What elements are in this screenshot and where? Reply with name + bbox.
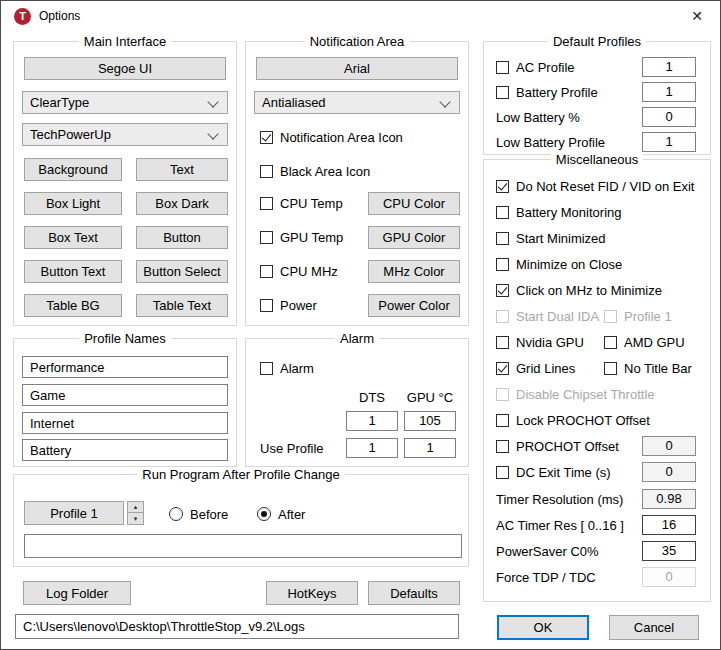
box-text-button[interactable]: Box Text <box>24 226 122 249</box>
ok-button[interactable]: OK <box>497 615 589 640</box>
use-profile-dts-field[interactable]: 1 <box>346 438 398 458</box>
checkbox-box[interactable] <box>604 362 617 375</box>
checkbox-box[interactable] <box>496 86 509 99</box>
checkbox-grid-lines[interactable]: Grid Lines <box>496 358 575 378</box>
log-path-field[interactable] <box>15 614 459 639</box>
checkbox-box[interactable] <box>260 265 273 278</box>
profile-name-3-input[interactable] <box>22 412 228 434</box>
checkbox-box[interactable] <box>496 206 509 219</box>
radio-circle[interactable] <box>257 507 271 521</box>
font-picker-button[interactable]: Segoe UI <box>24 57 226 80</box>
table-text-button[interactable]: Table Text <box>136 294 228 317</box>
ac-timer-res-field[interactable]: 16 <box>642 515 696 535</box>
alarm-dts-field[interactable]: 1 <box>346 411 398 431</box>
radio-circle[interactable] <box>169 507 183 521</box>
box-dark-button[interactable]: Box Dark <box>136 192 228 215</box>
profile-name-2-input[interactable] <box>22 384 228 406</box>
checkbox-amd-gpu[interactable]: AMD GPU <box>604 332 685 352</box>
checkbox-dc-exit-time[interactable]: DC Exit Time (s) <box>496 462 611 482</box>
tray-font-button[interactable]: Arial <box>256 57 458 80</box>
checkbox-box[interactable] <box>260 231 273 244</box>
checkbox-notification-area-icon[interactable]: Notification Area Icon <box>260 127 403 147</box>
group-title-alarm: Alarm <box>335 331 379 346</box>
checkbox-box[interactable] <box>260 362 273 375</box>
theme-dropdown[interactable]: TechPowerUp <box>22 123 228 146</box>
prochot-offset-field[interactable]: 0 <box>642 436 696 456</box>
checkbox-battery-profile[interactable]: Battery Profile <box>496 82 598 102</box>
spinner-down-icon[interactable]: ▼ <box>127 513 144 525</box>
options-dialog: T Options ✕ Main Interface Segoe UI Clea… <box>0 0 721 650</box>
force-tdp-tdc-field: 0 <box>642 567 696 587</box>
checkbox-box[interactable] <box>604 336 617 349</box>
group-miscellaneous: Miscellaneous Do Not Reset FID / VID on … <box>483 159 711 602</box>
profile-spinner: ▲ ▼ <box>127 501 144 525</box>
button-text-button[interactable]: Button Text <box>24 260 122 283</box>
checkbox-box[interactable] <box>496 284 509 297</box>
checkbox-box[interactable] <box>496 440 509 453</box>
checkbox-minimize-on-close[interactable]: Minimize on Close <box>496 254 622 274</box>
checkbox-label: AMD GPU <box>624 335 685 350</box>
profile-name-4-input[interactable] <box>22 439 228 461</box>
hotkeys-button[interactable]: HotKeys <box>266 581 358 605</box>
checkbox-box[interactable] <box>496 362 509 375</box>
low-battery-pct-field[interactable]: 0 <box>642 107 696 127</box>
checkbox-box[interactable] <box>260 197 273 210</box>
checkbox-box[interactable] <box>496 466 509 479</box>
checkbox-box[interactable] <box>496 336 509 349</box>
background-color-button[interactable]: Background <box>24 158 122 181</box>
log-folder-button[interactable]: Log Folder <box>23 581 131 605</box>
battery-profile-field[interactable]: 1 <box>642 82 696 102</box>
text-color-button[interactable]: Text <box>136 158 228 181</box>
table-bg-button[interactable]: Table BG <box>24 294 122 317</box>
gpu-color-button[interactable]: GPU Color <box>368 226 460 249</box>
checkbox-click-mhz-minimize[interactable]: Click on MHz to Minimize <box>496 280 662 300</box>
use-profile-gpu-field[interactable]: 1 <box>404 438 456 458</box>
powersaver-c0-field[interactable]: 35 <box>642 541 696 561</box>
antialiasing-dropdown[interactable]: Antialiased <box>254 91 460 114</box>
checkbox-box[interactable] <box>496 258 509 271</box>
font-smoothing-dropdown[interactable]: ClearType <box>22 91 228 114</box>
alarm-gpu-field[interactable]: 105 <box>404 411 456 431</box>
checkbox-no-title-bar[interactable]: No Title Bar <box>604 358 692 378</box>
defaults-button[interactable]: Defaults <box>368 581 460 605</box>
low-battery-profile-field[interactable]: 1 <box>642 132 696 152</box>
cancel-button[interactable]: Cancel <box>609 615 699 640</box>
checkbox-battery-monitoring[interactable]: Battery Monitoring <box>496 202 622 222</box>
radio-after[interactable]: After <box>257 506 305 522</box>
spinner-up-icon[interactable]: ▲ <box>127 501 144 513</box>
power-color-button[interactable]: Power Color <box>368 294 460 317</box>
cpu-color-button[interactable]: CPU Color <box>368 192 460 215</box>
checkbox-cpu-temp[interactable]: CPU Temp <box>260 193 343 213</box>
ac-timer-res-label: AC Timer Res [ 0..16 ] <box>496 515 624 535</box>
checkbox-black-area-icon[interactable]: Black Area Icon <box>260 161 370 181</box>
mhz-color-button[interactable]: MHz Color <box>368 260 460 283</box>
checkbox-do-not-reset-fid-vid[interactable]: Do Not Reset FID / VID on Exit <box>496 176 694 196</box>
profile-name-1-input[interactable] <box>22 356 228 378</box>
checkbox-box[interactable] <box>496 414 509 427</box>
checkbox-nvidia-gpu[interactable]: Nvidia GPU <box>496 332 584 352</box>
checkbox-ac-profile[interactable]: AC Profile <box>496 57 575 77</box>
checkbox-lock-prochot-offset[interactable]: Lock PROCHOT Offset <box>496 410 650 430</box>
checkbox-alarm[interactable]: Alarm <box>260 358 314 378</box>
close-icon[interactable]: ✕ <box>674 1 720 31</box>
box-light-button[interactable]: Box Light <box>24 192 122 215</box>
checkbox-start-minimized[interactable]: Start Minimized <box>496 228 606 248</box>
checkbox-box[interactable] <box>496 232 509 245</box>
checkbox-prochot-offset[interactable]: PROCHOT Offset <box>496 436 619 456</box>
ac-profile-field[interactable]: 1 <box>642 57 696 77</box>
checkbox-box[interactable] <box>260 165 273 178</box>
checkbox-power[interactable]: Power <box>260 295 317 315</box>
checkbox-box[interactable] <box>260 299 273 312</box>
checkbox-cpu-mhz[interactable]: CPU MHz <box>260 261 338 281</box>
run-program-command-input[interactable] <box>24 534 462 558</box>
checkbox-box[interactable] <box>496 61 509 74</box>
radio-before[interactable]: Before <box>169 506 228 522</box>
checkbox-box[interactable] <box>496 180 509 193</box>
button-select-button[interactable]: Button Select <box>136 260 228 283</box>
button-color-button[interactable]: Button <box>136 226 228 249</box>
run-program-profile-button[interactable]: Profile 1 <box>24 501 124 525</box>
checkbox-box[interactable] <box>260 131 273 144</box>
group-title-profile-names: Profile Names <box>79 331 171 346</box>
checkbox-gpu-temp[interactable]: GPU Temp <box>260 227 343 247</box>
dc-exit-time-field[interactable]: 0 <box>642 462 696 482</box>
